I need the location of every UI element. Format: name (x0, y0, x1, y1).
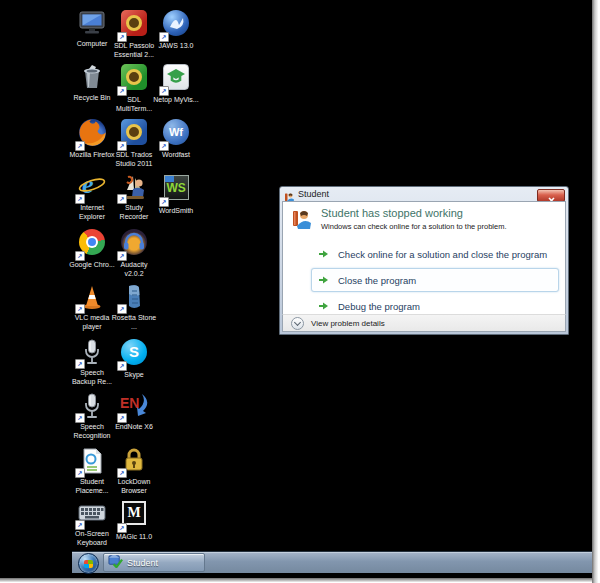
sdl-passolo-icon: ↗ (119, 10, 149, 40)
taskbar: Student (72, 551, 592, 573)
desktop-icon-internet-explorer[interactable]: e↗Internet Explorer (69, 172, 115, 222)
shortcut-arrow-icon: ↗ (159, 197, 169, 207)
desktop-icon-skype[interactable]: S↗Skype (111, 337, 157, 380)
shortcut-arrow-icon: ↗ (117, 141, 127, 151)
desktop-icon-label: WordSmith (153, 207, 199, 216)
dialog-footer: View problem details (282, 314, 566, 332)
desktop-icon-label: JAWS 13.0 (153, 42, 199, 51)
desktop-icon-label: Study Recorder (111, 204, 157, 222)
desktop: Computer↗SDL Passolo Essential 2...↗JAWS… (0, 0, 592, 578)
desktop-icon-endnote-x6[interactable]: EN↗EndNote X6 (111, 391, 157, 432)
desktop-icon-label: Speech Recognition (69, 423, 115, 441)
command-link-label: Close the program (338, 275, 416, 286)
shortcut-arrow-icon: ↗ (117, 194, 127, 204)
desktop-icon-google-chro[interactable]: ↗Google Chro... (69, 227, 115, 270)
desktop-icon-label: Skype (111, 371, 157, 380)
desktop-icon-label: Computer (69, 40, 115, 49)
command-link-close-the-program[interactable]: Close the program (311, 268, 559, 292)
dialog-header: Student has stopped working (321, 207, 463, 219)
lockdown-icon: ↗ (119, 446, 149, 476)
desktop-icon-wordfast[interactable]: Wf↗Wordfast (153, 117, 199, 160)
desktop-icon-on-screen-keyboard[interactable]: ↗On-Screen Keyboard (69, 498, 115, 548)
green-arrow-icon (318, 297, 329, 315)
shortcut-arrow-icon: ↗ (75, 413, 85, 423)
vlc-icon: ↗ (77, 282, 107, 312)
shortcut-arrow-icon: ↗ (117, 468, 127, 478)
student-placement-icon: ↗ (77, 446, 107, 476)
desktop-icon-label: Mozilla Firefox (69, 151, 115, 160)
desktop-icon-rosetta-stone[interactable]: ↗Rosetta Stone ... (111, 282, 157, 332)
chevron-down-icon[interactable] (291, 317, 304, 330)
crash-dialog-window: Student Student has stopped working Wind… (279, 186, 569, 335)
frame-shadow-right (592, 0, 600, 583)
firefox-icon: ↗ (77, 119, 107, 149)
desktop-icon-label: EndNote X6 (111, 423, 157, 432)
recycle-bin-icon (77, 62, 107, 92)
computer-icon (77, 8, 107, 38)
command-link-check-online-for-a-solution-and-close-the-program[interactable]: Check online for a solution and close th… (311, 242, 559, 266)
desktop-icon-study-recorder[interactable]: ↗Study Recorder (111, 172, 157, 222)
sdl-multiterm-icon: ↗ (119, 64, 149, 94)
desktop-icon-label: Student Placeme... (69, 478, 115, 496)
shortcut-arrow-icon: ↗ (159, 32, 169, 42)
desktop-icon-lockdown-browser[interactable]: ↗LockDown Browser (111, 446, 157, 496)
magic-icon: M↗ (119, 501, 149, 531)
shortcut-arrow-icon: ↗ (117, 251, 127, 261)
start-button[interactable] (78, 553, 99, 574)
desktop-icon-wordsmith[interactable]: WS↗WordSmith (153, 172, 199, 215)
desktop-icon-recycle-bin[interactable]: Recycle Bin (69, 62, 115, 103)
desktop-icon-label: Google Chro... (69, 261, 115, 270)
green-arrow-icon (318, 245, 329, 263)
shortcut-arrow-icon: ↗ (159, 86, 169, 96)
microphone-icon: ↗ (77, 391, 107, 421)
desktop-icon-netop-myvis[interactable]: ↗Netop MyVis... (153, 62, 199, 105)
desktop-icon-label: VLC media player (69, 314, 115, 332)
desktop-icon-vlc-media-player[interactable]: ↗VLC media player (69, 282, 115, 332)
desktop-icon-label: Speech Backup Re... (69, 369, 115, 387)
internet-explorer-icon: e↗ (77, 172, 107, 202)
desktop-icon-speech-recognition[interactable]: ↗Speech Recognition (69, 391, 115, 441)
command-link-label: Debug the program (338, 301, 420, 312)
taskbar-button-label: Student (127, 558, 158, 568)
shortcut-arrow-icon: ↗ (75, 359, 85, 369)
desktop-icon-student-placeme[interactable]: ↗Student Placeme... (69, 446, 115, 496)
desktop-icon-computer[interactable]: Computer (69, 8, 115, 49)
dialog-titlebar[interactable]: Student (280, 187, 568, 201)
desktop-icon-label: Wordfast (153, 151, 199, 160)
screenshot-frame: Computer↗SDL Passolo Essential 2...↗JAWS… (0, 0, 600, 583)
desktop-icon-jaws-13-0[interactable]: ↗JAWS 13.0 (153, 8, 199, 51)
shortcut-arrow-icon: ↗ (75, 304, 85, 314)
shortcut-arrow-icon: ↗ (117, 413, 127, 423)
shortcut-arrow-icon: ↗ (159, 141, 169, 151)
student-app-icon-large (291, 208, 313, 230)
desktop-icon-audacity-v2-0-2[interactable]: ↗Audacity v2.0.2 (111, 227, 157, 279)
desktop-icon-label: SDL Trados Studio 2011 (111, 151, 157, 169)
jaws-icon: ↗ (161, 10, 191, 40)
command-links: Check online for a solution and close th… (311, 242, 559, 320)
desktop-icon-sdl-multiterm[interactable]: ↗SDL MultiTerm... (111, 62, 157, 114)
command-link-label: Check online for a solution and close th… (338, 249, 547, 260)
desktop-icon-label: Recycle Bin (69, 94, 115, 103)
desktop-icon-label: Rosetta Stone ... (111, 314, 157, 332)
desktop-icon-sdl-passolo-essential-2[interactable]: ↗SDL Passolo Essential 2... (111, 8, 157, 60)
shortcut-arrow-icon: ↗ (75, 468, 85, 478)
desktop-icon-speech-backup-re[interactable]: ↗Speech Backup Re... (69, 337, 115, 387)
wordfast-icon: Wf↗ (161, 119, 191, 149)
chrome-icon: ↗ (77, 229, 107, 259)
frame-shadow-bottom (0, 578, 592, 583)
desktop-icon-magic-11-0[interactable]: M↗MAGic 11.0 (111, 498, 157, 542)
sdl-trados-icon: ↗ (119, 119, 149, 149)
netop-icon: ↗ (161, 64, 191, 94)
wordsmith-icon: WS↗ (161, 175, 191, 205)
view-problem-details-link[interactable]: View problem details (311, 319, 385, 328)
shortcut-arrow-icon: ↗ (75, 194, 85, 204)
taskbar-button-student[interactable]: Student (103, 553, 205, 572)
skype-icon: S↗ (119, 339, 149, 369)
desktop-icon-mozilla-firefox[interactable]: ↗Mozilla Firefox (69, 117, 115, 159)
desktop-icon-label: Internet Explorer (69, 204, 115, 222)
audacity-icon: ↗ (119, 229, 149, 259)
shortcut-arrow-icon: ↗ (117, 86, 127, 96)
study-recorder-icon: ↗ (119, 172, 149, 202)
desktop-icon-sdl-trados-studio-2011[interactable]: ↗SDL Trados Studio 2011 (111, 117, 157, 169)
shortcut-arrow-icon: ↗ (117, 32, 127, 42)
